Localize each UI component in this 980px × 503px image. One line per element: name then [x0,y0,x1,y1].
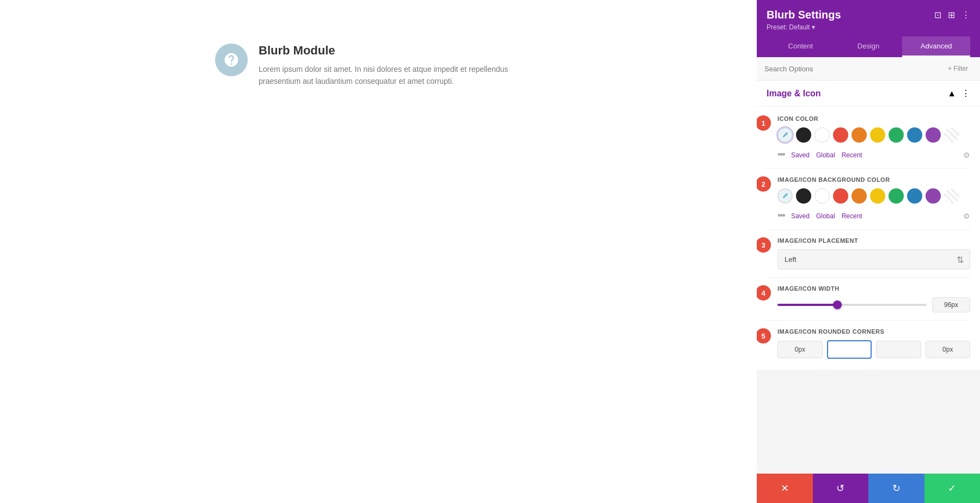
screenshot-icon[interactable]: ⊡ [934,10,941,20]
blue-swatch-2[interactable] [907,188,922,204]
width-slider-track[interactable] [777,304,927,306]
red-swatch-1[interactable] [833,127,848,143]
eyedropper-swatch-1[interactable] [777,127,793,143]
global-tab-2[interactable]: Global [816,212,835,220]
saved-tab-1[interactable]: Saved [791,151,810,159]
width-value-input[interactable] [932,297,970,312]
corner-tr-input[interactable] [827,340,872,359]
white-swatch-1[interactable] [814,127,830,143]
corner-tl-wrap [777,341,823,358]
section-header-icons: ▲ ⋮ [947,88,970,99]
panel-tabs: Content Design Advanced [767,36,970,57]
cancel-icon: ✕ [781,482,789,494]
panel-body: Image & Icon ▲ ⋮ 1 Icon Color [757,81,980,474]
corner-tr-wrap [827,340,872,359]
striped-swatch-1[interactable] [944,127,959,143]
filter-label: + Filter [948,65,968,72]
undo-icon: ↺ [836,482,844,494]
white-swatch-2[interactable] [814,188,830,204]
blurb-description: Lorem ipsum dolor sit amet. In nisi dolo… [259,63,542,88]
step-badge-1: 1 [757,115,771,131]
corner-br-input[interactable] [876,341,921,358]
bg-color-field: 2 Image/Icon Background Color [767,176,970,222]
corner-bl-input[interactable] [926,341,971,358]
green-swatch-1[interactable] [889,127,904,143]
icon-color-field: 1 Icon Color [767,115,970,161]
tab-content[interactable]: Content [767,36,835,57]
corners-row [777,340,970,359]
canvas-area: Blurb Module Lorem ipsum dolor sit amet.… [0,0,757,503]
step-badge-2: 2 [757,176,771,192]
orange-swatch-2[interactable] [852,188,867,204]
section-title: Image & Icon [767,89,821,99]
global-tab-1[interactable]: Global [816,151,835,159]
filter-button[interactable]: + Filter [944,63,972,75]
question-mark-icon [223,52,240,68]
rounded-label: Image/Icon Rounded Corners [777,328,970,335]
cancel-button[interactable]: ✕ [757,474,813,503]
corner-bl-wrap [926,341,971,358]
recent-tab-1[interactable]: Recent [842,151,862,159]
gear-icon-2[interactable]: ⚙ [963,212,970,220]
undo-button[interactable]: ↺ [813,474,869,503]
width-slider-fill [777,304,837,306]
bg-color-tabs: ••• Saved Global Recent ⚙ [777,208,970,222]
search-bar: + Filter [757,57,980,81]
placement-select[interactable]: Left Center Right [777,249,970,269]
blue-swatch-1[interactable] [907,127,922,143]
yellow-swatch-1[interactable] [870,127,885,143]
placement-label: Image/Icon Placement [777,237,970,244]
black-swatch-2[interactable] [796,188,811,204]
recent-tab-2[interactable]: Recent [842,212,862,220]
image-icon-section: Image & Icon ▲ ⋮ 1 Icon Color [757,81,980,370]
panel-preset[interactable]: Preset: Default ▾ [767,23,970,31]
gear-icon-1[interactable]: ⚙ [963,151,970,160]
blurb-module-icon [215,44,248,76]
width-slider-row [777,297,970,312]
color-dots-1[interactable]: ••• [777,149,785,161]
yellow-swatch-2[interactable] [870,188,885,204]
green-swatch-2[interactable] [889,188,904,204]
orange-swatch-1[interactable] [852,127,867,143]
icon-color-label: Icon Color [777,115,970,122]
section-more-icon[interactable]: ⋮ [961,88,970,99]
bg-color-label: Image/Icon Background Color [777,176,970,183]
corner-tl-input[interactable] [777,341,823,358]
step-badge-3: 3 [757,237,771,253]
blurb-title: Blurb Module [259,44,542,58]
corner-br-wrap [876,341,921,358]
redo-button[interactable]: ↻ [868,474,924,503]
divider-3 [767,277,970,278]
striped-swatch-2[interactable] [944,188,959,204]
saved-tab-2[interactable]: Saved [791,212,810,220]
black-swatch-1[interactable] [796,127,811,143]
divider-1 [767,168,970,169]
eyedropper-swatch-2[interactable] [777,188,793,204]
panel-header-top: Blurb Settings ⊡ ⊞ ⋮ [767,9,970,21]
panel-header-icons: ⊡ ⊞ ⋮ [934,10,970,20]
tab-design[interactable]: Design [835,36,903,57]
panel-title: Blurb Settings [767,9,841,21]
action-bar: ✕ ↺ ↻ ✓ [757,474,980,503]
step-badge-5: 5 [757,328,771,343]
step-badge-4: 4 [757,285,771,300]
color-dots-2[interactable]: ••• [777,210,785,222]
purple-swatch-1[interactable] [926,127,941,143]
width-label: Image/Icon Width [777,285,970,292]
search-input[interactable] [764,65,939,73]
purple-swatch-2[interactable] [926,188,941,204]
width-field: 4 Image/Icon Width [767,285,970,312]
collapse-icon[interactable]: ▲ [947,89,956,99]
rounded-corners-field: 5 Image/Icon Rounded Corners [767,328,970,359]
tab-advanced[interactable]: Advanced [902,36,970,57]
section-content: 1 Icon Color [757,107,980,370]
red-swatch-2[interactable] [833,188,848,204]
split-view-icon[interactable]: ⊞ [948,10,955,20]
confirm-button[interactable]: ✓ [924,474,981,503]
panel-header: Blurb Settings ⊡ ⊞ ⋮ Preset: Default ▾ C… [757,0,980,57]
more-options-icon[interactable]: ⋮ [961,10,970,20]
divider-2 [767,229,970,230]
icon-color-tabs: ••• Saved Global Recent ⚙ [777,147,970,161]
blurb-content: Blurb Module Lorem ipsum dolor sit amet.… [259,44,542,88]
width-slider-thumb[interactable] [833,300,842,309]
